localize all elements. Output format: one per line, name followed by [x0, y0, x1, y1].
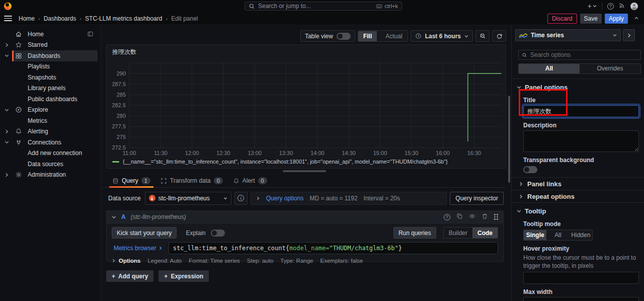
- drag-handle-icon[interactable]: [494, 214, 498, 220]
- run-queries-button[interactable]: Run queries: [393, 227, 436, 239]
- transparent-bg-switch[interactable]: [523, 166, 537, 173]
- apply-button[interactable]: Apply: [605, 14, 628, 24]
- chart-legend[interactable]: {__name__="stc_llm:time_to_inference_cou…: [112, 159, 448, 165]
- sidebar-item-alerting[interactable]: Alerting: [0, 126, 101, 137]
- menu-toggle-icon[interactable]: [4, 16, 12, 21]
- svg-text:277.5: 277.5: [112, 123, 126, 129]
- description-field-label: Description: [523, 122, 638, 129]
- panel-title-input[interactable]: [523, 105, 639, 117]
- scrollbar-thumb[interactable]: [508, 96, 510, 183]
- plus-icon: +: [164, 273, 168, 280]
- sidebar-item-add-new-connection[interactable]: Add new connection: [0, 148, 101, 159]
- grafana-edit-panel-screen: Search or jump to... ctrl+k + ? Home ›: [0, 0, 644, 301]
- max-width-input[interactable]: [523, 297, 639, 301]
- grafana-logo-icon[interactable]: [4, 3, 12, 10]
- chevron-down-icon[interactable]: [0, 108, 12, 112]
- add-menu-button[interactable]: +: [588, 2, 597, 10]
- tooltip-mode-label: Tooltip mode: [523, 220, 638, 228]
- news-icon[interactable]: [619, 2, 625, 10]
- save-button[interactable]: Save: [580, 14, 602, 24]
- tab-query[interactable]: Query 1: [107, 174, 155, 187]
- sidebar-item-snapshots[interactable]: Snapshots: [0, 72, 101, 83]
- help-icon[interactable]: ?: [607, 3, 614, 10]
- sidebar-item-data-sources[interactable]: Data sources: [0, 159, 101, 170]
- tab-alert[interactable]: Alert 0: [228, 174, 272, 187]
- tooltip-mode-group: Single All Hidden: [523, 230, 593, 241]
- section-panel-options[interactable]: Panel options: [512, 79, 644, 92]
- collapse-options-pane-button[interactable]: [623, 29, 635, 41]
- zoom-out-button[interactable]: [475, 30, 490, 42]
- add-query-button[interactable]: +Add query: [106, 270, 153, 282]
- query-options-summary[interactable]: Query options MD = auto = 1192 Interval …: [251, 192, 447, 205]
- breadcrumb-dashboards[interactable]: Dashboards: [44, 15, 76, 22]
- dock-icon[interactable]: [87, 31, 94, 37]
- delete-query-icon[interactable]: [481, 213, 488, 221]
- promql-expression-input[interactable]: stc_llm:time_to_inference_count{model_na…: [169, 242, 498, 254]
- series-label: {__name__="stc_llm:time_to_inference_cou…: [123, 159, 448, 165]
- collapse-header-icon[interactable]: [634, 16, 639, 22]
- global-search[interactable]: Search or jump to... ctrl+k: [245, 2, 402, 11]
- chevron-down-icon[interactable]: [0, 140, 12, 144]
- panel-description-textarea[interactable]: [523, 130, 639, 152]
- tab-all[interactable]: All: [519, 64, 580, 73]
- table-view-toggle[interactable]: Table view: [300, 30, 355, 42]
- sidebar-item-home[interactable]: Home: [0, 29, 101, 40]
- tooltip-mode-hidden[interactable]: Hidden: [570, 230, 592, 240]
- sidebar-item-connections[interactable]: Connections: [0, 137, 101, 148]
- breadcrumb-home[interactable]: Home: [19, 15, 35, 22]
- sidebar-item-playlists[interactable]: Playlists: [0, 61, 101, 72]
- tab-transform-data[interactable]: Transform data 0: [155, 174, 228, 187]
- table-view-switch[interactable]: [337, 33, 351, 40]
- discard-button[interactable]: Discard: [547, 14, 577, 24]
- chevron-right-icon[interactable]: [0, 43, 12, 47]
- breadcrumb-dashboard-name[interactable]: STC-LLM metrics dashboard: [85, 15, 162, 22]
- avatar[interactable]: [630, 3, 638, 10]
- options-search[interactable]: [518, 50, 641, 60]
- add-expression-button[interactable]: +Expression: [158, 270, 209, 282]
- refresh-button[interactable]: [492, 30, 506, 42]
- actual-option[interactable]: Actual: [380, 31, 407, 41]
- query-row-header[interactable]: A (stc-llm-prometheus) ?: [107, 211, 503, 223]
- sidebar-item-starred[interactable]: Starred: [0, 40, 101, 51]
- metrics-browser-link[interactable]: Metrics browser: [112, 245, 165, 252]
- kick-start-query-button[interactable]: Kick start your query: [112, 227, 177, 239]
- sidebar-item-dashboards[interactable]: Dashboards: [0, 50, 101, 61]
- visualization-select[interactable]: Time series: [515, 29, 621, 41]
- explain-switch[interactable]: [211, 230, 225, 237]
- query-options-link[interactable]: Query options: [266, 195, 304, 202]
- options-search-input[interactable]: [530, 51, 637, 58]
- sidebar-item-explore[interactable]: Explore: [0, 105, 101, 116]
- duplicate-query-icon[interactable]: [456, 213, 463, 221]
- chevron-down-icon[interactable]: [0, 53, 12, 58]
- hover-proximity-desc: How close the cursor must be to a point …: [523, 254, 638, 270]
- fill-option[interactable]: Fill: [358, 31, 377, 41]
- repeat-options-section[interactable]: Repeat options: [512, 190, 644, 202]
- time-series-chart[interactable]: 11:0011:3012:0012:3013:0013:3014:0014:30…: [107, 45, 507, 169]
- datasource-help-button[interactable]: i: [234, 192, 248, 205]
- tooltip-mode-single[interactable]: Single: [524, 230, 546, 240]
- datasource-picker[interactable]: stc-llm-prometheus: [145, 192, 231, 205]
- sidebar-item-administration[interactable]: Administration: [0, 170, 101, 181]
- sidebar-item-metrics[interactable]: Metrics: [0, 115, 101, 126]
- hover-proximity-input[interactable]: [523, 272, 639, 284]
- hide-query-icon[interactable]: [469, 213, 475, 221]
- query-options-line[interactable]: Options Legend: Auto Format: Time series…: [112, 258, 498, 264]
- time-range-picker[interactable]: Last 6 hours: [411, 30, 473, 42]
- pane-resize-handle[interactable]: [283, 170, 326, 172]
- code-option[interactable]: Code: [472, 228, 498, 238]
- builder-option[interactable]: Builder: [444, 228, 472, 238]
- alert-count-badge: 0: [258, 177, 267, 184]
- chevron-right-icon[interactable]: [0, 173, 12, 177]
- panel-links-section[interactable]: Panel links: [512, 178, 644, 190]
- editor-tabs: Query 1 Transform data 0 Alert 0: [101, 174, 506, 188]
- chevron-right-icon[interactable]: [0, 129, 12, 134]
- tooltip-mode-all[interactable]: All: [546, 230, 569, 240]
- chevron-down-icon: [464, 34, 468, 38]
- sidebar-item-public-dashboards[interactable]: Public dashboards: [0, 94, 101, 105]
- section-tooltip[interactable]: Tooltip: [512, 203, 644, 216]
- sidebar-item-library-panels[interactable]: Library panels: [0, 83, 101, 94]
- panel-options-pane: Time series All Overrides: [511, 25, 644, 301]
- tab-overrides[interactable]: Overrides: [580, 64, 640, 73]
- query-inspector-button[interactable]: Query inspector: [450, 192, 504, 205]
- query-help-icon[interactable]: ?: [444, 214, 450, 220]
